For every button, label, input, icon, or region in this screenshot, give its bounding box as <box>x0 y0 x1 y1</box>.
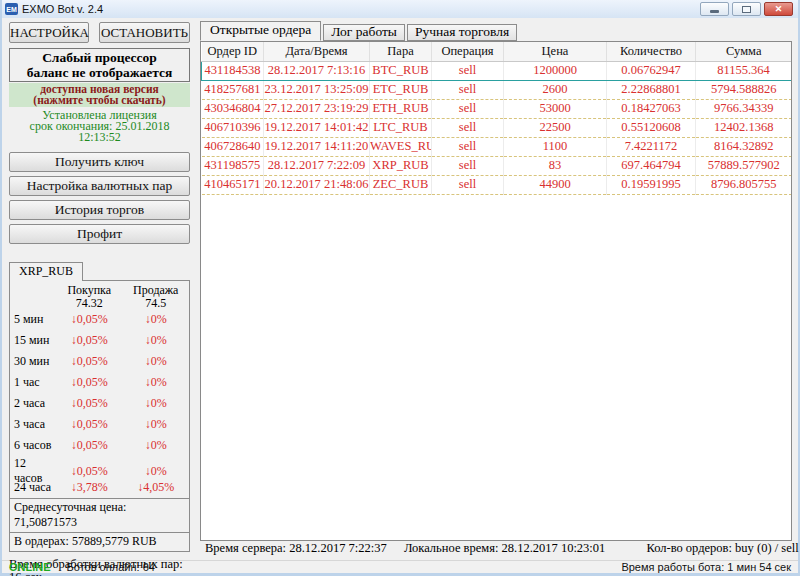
update-notice[interactable]: доступна новая версия (нажмите чтобы ска… <box>9 83 190 107</box>
close-button[interactable]: ✕ <box>764 2 793 16</box>
order-cell: LTC_RUB <box>370 118 432 137</box>
update-line-2: (нажмите чтобы скачать) <box>9 95 190 106</box>
order-cell: sell <box>432 99 504 118</box>
dynamics-buy-change: ↓0,05% <box>56 396 123 411</box>
dynamics-sell-change: ↓0% <box>123 375 190 390</box>
order-row[interactable]: 43118453828.12.2017 7:13:16BTC_RUBsell12… <box>202 61 792 80</box>
stop-button[interactable]: ОСТАНОВИТЬ <box>99 22 190 43</box>
order-cell: 9766.34339 <box>696 99 792 118</box>
dynamics-row: 24 часа↓3,78%↓4,05% <box>10 477 189 498</box>
window-title: EXMO Bot v. 2.4 <box>22 3 103 15</box>
dynamics-period: 5 мин <box>10 312 56 327</box>
license-info: Установлена лицензия срок окончания: 25.… <box>9 110 190 143</box>
app-icon: EM <box>5 3 18 15</box>
order-row[interactable]: 40672864019.12.2017 14:11:20WAVES_RUBsel… <box>202 137 792 156</box>
cpu-warning-box: Слабый процессор баланс не отображается <box>9 48 190 82</box>
maximize-button[interactable] <box>732 2 761 16</box>
get-key-button[interactable]: Получить ключ <box>9 152 190 172</box>
order-cell: WAVES_RUB <box>370 137 432 156</box>
order-cell: 28.12.2017 7:13:16 <box>264 61 370 80</box>
order-row[interactable]: 43119857528.12.2017 7:22:09XRP_RUBsell83… <box>202 156 792 175</box>
order-cell: 410465171 <box>202 175 264 194</box>
order-cell: 431184538 <box>202 61 264 80</box>
order-cell: 44900 <box>504 175 607 194</box>
order-cell: 1200000 <box>504 61 607 80</box>
dynamics-sell-change: ↓4,05% <box>123 480 190 495</box>
tab-work-log[interactable]: Лог работы <box>323 24 405 41</box>
order-cell: 418257681 <box>202 80 264 99</box>
order-row[interactable]: 43034680427.12.2017 23:19:29ETH_RUBsell5… <box>202 99 792 118</box>
currency-pairs-settings-button[interactable]: Настройка валютных пар <box>9 176 190 196</box>
settings-button[interactable]: НАСТРОЙКА <box>9 22 89 43</box>
server-time: Время сервера: 28.12.2017 7:22:37 <box>205 541 387 555</box>
buy-column-header: Покупка <box>56 284 123 296</box>
order-cell: 2600 <box>504 80 607 99</box>
order-cell: ZEC_RUB <box>370 175 432 194</box>
column-header[interactable]: Ордер ID <box>202 42 264 61</box>
minimize-button[interactable] <box>700 2 729 16</box>
main-area: Открытые ордераЛог работыРучная торговля… <box>197 18 798 560</box>
order-cell: 53000 <box>504 99 607 118</box>
order-row[interactable]: 41825768123.12.2017 13:25:09ETC_RUBsell2… <box>202 80 792 99</box>
order-cell: sell <box>432 175 504 194</box>
dynamics-row: 3 часа↓0,05%↓0% <box>10 414 189 435</box>
dynamics-period: 15 мин <box>10 333 56 348</box>
order-cell: 406710396 <box>202 118 264 137</box>
dynamics-buy-change: ↓0,05% <box>56 333 123 348</box>
dynamics-period: 6 часов <box>10 438 56 453</box>
dynamics-buy-change: ↓3,78% <box>56 480 123 495</box>
order-cell: 83 <box>504 156 607 175</box>
dynamics-row: 30 мин↓0,05%↓0% <box>10 351 189 372</box>
order-cell: 0.19591995 <box>607 175 696 194</box>
dynamics-row: 15 мин↓0,05%↓0% <box>10 330 189 351</box>
order-cell: 0.55120608 <box>607 118 696 137</box>
dynamics-rows: 5 мин↓0,05%↓0%15 мин↓0,05%↓0%30 мин↓0,05… <box>10 309 189 498</box>
sell-column-header: Продажа <box>123 284 190 296</box>
order-cell: 27.12.2017 23:19:29 <box>264 99 370 118</box>
column-header[interactable]: Сумма <box>696 42 792 61</box>
column-header[interactable]: Цена <box>504 42 607 61</box>
order-cell: 0.18427063 <box>607 99 696 118</box>
order-cell: 20.12.2017 21:48:06 <box>264 175 370 194</box>
dynamics-row: 1 час↓0,05%↓0% <box>10 372 189 393</box>
column-header[interactable]: Дата/Время <box>264 42 370 61</box>
dynamics-sell-change: ↓0% <box>123 396 190 411</box>
order-cell: sell <box>432 80 504 99</box>
column-header[interactable]: Количество <box>607 42 696 61</box>
bots-online-count: Ботов онлайн: 64 <box>67 561 155 573</box>
orders-count: Кол-во ордеров: buy (0) / sell (7) <box>646 541 800 555</box>
profit-button[interactable]: Профит <box>9 224 190 244</box>
warning-line-1: Слабый процессор <box>10 50 189 65</box>
dynamics-sell-change: ↓0% <box>123 312 190 327</box>
dynamics-period: 30 мин <box>10 354 56 369</box>
order-row[interactable]: 41046517120.12.2017 21:48:06ZEC_RUBsell4… <box>202 175 792 194</box>
order-cell: ETH_RUB <box>370 99 432 118</box>
order-cell: 1100 <box>504 137 607 156</box>
dynamics-row: 6 часов↓0,05%↓0% <box>10 435 189 456</box>
order-cell: 697.464794 <box>607 156 696 175</box>
window-controls: ✕ <box>700 2 793 16</box>
dynamics-period: 3 часа <box>10 417 56 432</box>
tab-open-orders[interactable]: Открытые ордера <box>200 21 321 41</box>
order-cell: 22500 <box>504 118 607 137</box>
tab-manual-trading[interactable]: Ручная торговля <box>407 24 517 41</box>
bot-uptime: Время работы бота: 1 мин 54 сек <box>621 561 791 573</box>
dynamics-sell-change: ↓0% <box>123 438 190 453</box>
dynamics-header: Покупка Продажа 74.32 74.5 <box>10 281 189 309</box>
order-cell: 12402.1368 <box>696 118 792 137</box>
pair-tab-xrp-rub[interactable]: XRP_RUB <box>9 262 83 281</box>
dynamics-buy-change: ↓0,05% <box>56 464 123 479</box>
column-header[interactable]: Операция <box>432 42 504 61</box>
app-window: EM EXMO Bot v. 2.4 ✕ НАСТРОЙКА ОСТАНОВИТ… <box>0 0 800 576</box>
column-header[interactable]: Пара <box>370 42 432 61</box>
order-cell: 5794.588826 <box>696 80 792 99</box>
dynamics-period: 24 часа <box>10 480 56 495</box>
order-row[interactable]: 40671039619.12.2017 14:01:42LTC_RUBsell2… <box>202 118 792 137</box>
dynamics-sell-change: ↓0% <box>123 417 190 432</box>
trade-history-button[interactable]: История торгов <box>9 200 190 220</box>
order-cell: 2.22868801 <box>607 80 696 99</box>
tab-strip: Открытые ордераЛог работыРучная торговля <box>200 21 798 41</box>
dynamics-buy-change: ↓0,05% <box>56 312 123 327</box>
status-bar: ONLINE Ботов онлайн: 64 Время работы бот… <box>2 560 798 573</box>
buy-price: 74.32 <box>56 297 123 309</box>
